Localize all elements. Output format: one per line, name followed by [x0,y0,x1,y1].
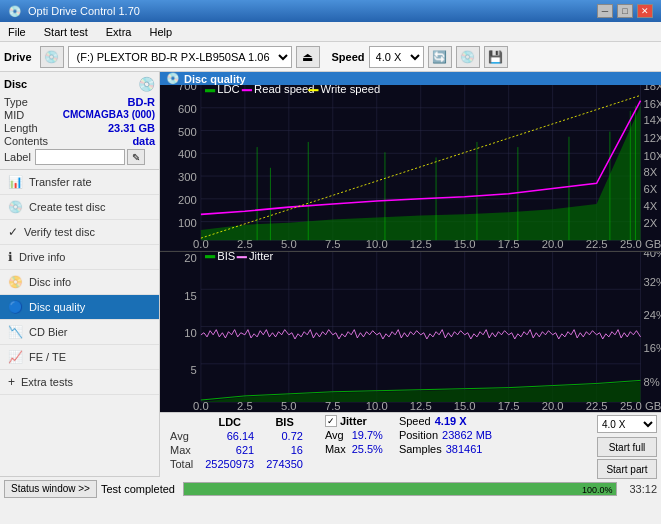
contents-label: Contents [4,135,48,147]
svg-text:15: 15 [184,289,196,301]
nav-create-test[interactable]: 💿 Create test disc [0,195,159,220]
svg-text:17.5: 17.5 [498,238,520,250]
menu-file[interactable]: File [4,25,30,39]
svg-text:Read speed: Read speed [254,85,315,95]
disc-quality-icon: 🔵 [8,300,23,314]
close-button[interactable]: ✕ [637,4,653,18]
chart-title: Disc quality [184,73,246,85]
status-progress-text: 100.0% [582,483,613,496]
max-ldc: 621 [199,443,260,457]
nav-drive-info[interactable]: ℹ Drive info [0,245,159,270]
svg-text:8%: 8% [644,375,660,387]
start-full-button[interactable]: Start full [597,437,657,457]
svg-text:0.0: 0.0 [193,238,209,250]
svg-text:Write speed: Write speed [321,85,381,95]
speed-select[interactable]: 4.0 X [369,46,424,68]
svg-text:12.5: 12.5 [410,238,432,250]
svg-text:12.5: 12.5 [410,400,432,412]
charts-container: 700 600 500 400 300 200 100 18X 16X 14X … [160,85,661,412]
label-edit-button[interactable]: ✎ [127,149,145,165]
menu-bar: File Start test Extra Help [0,22,661,42]
app-title: Opti Drive Control 1.70 [28,5,140,17]
svg-text:22.5: 22.5 [586,400,608,412]
svg-text:17.5: 17.5 [498,400,520,412]
maximize-button[interactable]: □ [617,4,633,18]
length-label: Length [4,122,38,134]
svg-text:40%: 40% [644,252,661,259]
svg-text:20: 20 [184,252,196,264]
total-ldc: 25250973 [199,457,260,471]
jitter-section: ✓ Jitter Avg 19.7% Max 25.5% [325,415,383,455]
nav-disc-info[interactable]: 📀 Disc info [0,270,159,295]
title-bar: 💿 Opti Drive Control 1.70 ─ □ ✕ [0,0,661,22]
label-input[interactable] [35,149,125,165]
svg-text:LDC: LDC [217,85,239,95]
svg-rect-101 [205,255,215,258]
top-chart: 700 600 500 400 300 200 100 18X 16X 14X … [160,85,661,252]
nav-extra-tests[interactable]: + Extra tests [0,370,159,395]
svg-text:7.5: 7.5 [325,238,341,250]
svg-text:10.0: 10.0 [366,400,388,412]
type-value: BD-R [128,96,156,108]
disc-button[interactable]: 💿 [456,46,480,68]
top-chart-svg: 700 600 500 400 300 200 100 18X 16X 14X … [160,85,661,251]
start-part-button[interactable]: Start part [597,459,657,479]
jitter-checkbox[interactable]: ✓ [325,415,337,427]
cd-bier-icon: 📉 [8,325,23,339]
svg-text:7.5: 7.5 [325,400,341,412]
status-window-button[interactable]: Status window >> [4,480,97,498]
mid-value: CMCMAGBA3 (000) [63,109,155,121]
svg-text:20.0: 20.0 [542,400,564,412]
nav-fe-te[interactable]: 📈 FE / TE [0,345,159,370]
samples-label: Samples [399,443,442,455]
svg-text:200: 200 [178,194,197,206]
minimize-button[interactable]: ─ [597,4,613,18]
eject-button[interactable]: ⏏ [296,46,320,68]
svg-text:0.0: 0.0 [193,400,209,412]
disc-panel-title: Disc [4,78,27,90]
menu-help[interactable]: Help [145,25,176,39]
nav-transfer-rate[interactable]: 📊 Transfer rate [0,170,159,195]
svg-text:300: 300 [178,171,197,183]
svg-text:20.0: 20.0 [542,238,564,250]
nav-cd-bier[interactable]: 📉 CD Bier [0,320,159,345]
svg-rect-62 [308,89,318,91]
svg-text:8X: 8X [644,166,658,178]
mid-label: MID [4,109,24,121]
svg-text:2X: 2X [644,217,658,229]
nav-verify-test[interactable]: ✓ Verify test disc [0,220,159,245]
menu-starttest[interactable]: Start test [40,25,92,39]
refresh-button[interactable]: 🔄 [428,46,452,68]
length-value: 23.31 GB [108,122,155,134]
bis-header: BIS [260,415,309,429]
transfer-rate-icon: 📊 [8,175,23,189]
menu-extra[interactable]: Extra [102,25,136,39]
speed-select-stats[interactable]: 4.0 X [597,415,657,433]
drive-select[interactable]: (F:) PLEXTOR BD-R PX-LB950SA 1.06 [68,46,292,68]
svg-text:5.0: 5.0 [281,238,297,250]
right-buttons: 4.0 X Start full Start part [597,415,657,479]
status-time: 33:12 [629,483,657,495]
svg-text:32%: 32% [644,276,661,288]
avg-ldc: 66.14 [199,429,260,443]
sidebar: Disc 💿 Type BD-R MID CMCMAGBA3 (000) Len… [0,72,160,476]
chart-area: 💿 Disc quality [160,72,661,476]
svg-text:2.5: 2.5 [237,400,253,412]
svg-text:22.5: 22.5 [586,238,608,250]
main-content: Disc 💿 Type BD-R MID CMCMAGBA3 (000) Len… [0,72,661,476]
save-button[interactable]: 💾 [484,46,508,68]
position-label: Position [399,429,438,441]
drive-info-icon: ℹ [8,250,13,264]
avg-bis: 0.72 [260,429,309,443]
speed-label: Speed [332,51,365,63]
max-bis: 16 [260,443,309,457]
svg-rect-103 [237,256,247,258]
nav-disc-quality[interactable]: 🔵 Disc quality [0,295,159,320]
bottom-chart-svg: 20 15 10 5 40% 32% 24% 16% 8% [160,252,661,412]
disc-info-icon: 📀 [8,275,23,289]
svg-text:12X: 12X [644,132,661,144]
status-text: Test completed [101,483,175,495]
label-key: Label [4,151,31,163]
svg-text:2.5: 2.5 [237,238,253,250]
total-label: Total [164,457,199,471]
